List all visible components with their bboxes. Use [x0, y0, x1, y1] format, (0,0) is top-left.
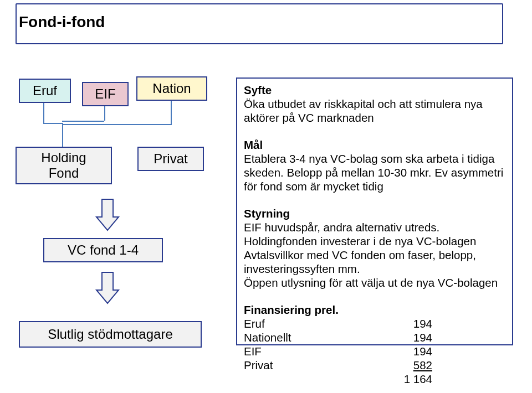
- info-panel: Syfte Öka utbudet av riskkapital och att…: [236, 77, 513, 345]
- heading-syfte: Syfte: [244, 83, 507, 97]
- fin-label-eruf: Eruf: [244, 317, 321, 330]
- text-styrning-1: EIF huvudspår, andra alternativ utreds.: [244, 220, 507, 234]
- fin-value-eif: 194: [321, 344, 432, 358]
- text-syfte: Öka utbudet av riskkapital och att stimu…: [244, 97, 507, 125]
- connector-line: [104, 104, 105, 121]
- fin-value-privat: 582: [321, 358, 432, 372]
- fin-value-total: 1 164: [321, 372, 432, 386]
- arrow-down-icon: [94, 198, 121, 232]
- label-nation: Nation: [137, 77, 206, 100]
- arrow-down-icon: [94, 271, 121, 306]
- box-slutlig: Slutlig stödmottagare: [19, 321, 202, 348]
- label-holding: Holding Fond: [17, 148, 111, 183]
- info-content: Syfte Öka utbudet av riskkapital och att…: [237, 79, 512, 390]
- connector-line: [62, 124, 172, 125]
- label-eif: EIF: [83, 83, 127, 105]
- label-slutlig: Slutlig stödmottagare: [20, 322, 201, 347]
- text-styrning-2: Holdingfonden investerar i de nya VC-bol…: [244, 234, 507, 248]
- diagram-page: Fond-i-fond Eruf EIF Nation Privat Holdi…: [0, 0, 532, 393]
- finance-labels: Eruf Nationellt EIF Privat: [244, 317, 321, 386]
- connector-line: [62, 121, 104, 122]
- box-vc-fond: VC fond 1-4: [43, 238, 163, 262]
- fin-value-eruf: 194: [321, 317, 432, 330]
- box-eruf: Eruf: [19, 79, 71, 103]
- connector-line: [43, 101, 44, 123]
- box-eif: EIF: [82, 82, 129, 106]
- connector-line: [43, 123, 62, 124]
- text-styrning-4: Öppen utlysning för att välja ut de nya …: [244, 276, 507, 289]
- finance-values: 194 194 194 582 1 164: [321, 317, 432, 386]
- text-styrning-3: Avtalsvillkor med VC fonden om faser, be…: [244, 248, 507, 276]
- text-mal: Etablera 3-4 nya VC-bolag som ska arbeta…: [244, 152, 507, 193]
- box-holding-fond: Holding Fond: [16, 147, 112, 184]
- fin-label-nationellt: Nationellt: [244, 330, 321, 344]
- fin-value-nationellt: 194: [321, 330, 432, 344]
- box-nation: Nation: [136, 76, 207, 101]
- heading-mal: Mål: [244, 138, 507, 152]
- connector-line: [62, 123, 63, 147]
- label-holding-line2: Fond: [49, 166, 79, 180]
- finance-table: Eruf Nationellt EIF Privat 194 194 194 5…: [244, 317, 507, 386]
- label-privat: Privat: [139, 148, 203, 170]
- heading-styrning: Styrning: [244, 206, 507, 220]
- heading-finansiering: Finansiering prel.: [244, 303, 507, 317]
- connector-line: [171, 100, 172, 124]
- box-privat: Privat: [137, 147, 204, 171]
- label-vc-fond: VC fond 1-4: [44, 239, 162, 261]
- page-title: Fond-i-fond: [19, 13, 105, 31]
- label-eruf: Eruf: [20, 80, 70, 102]
- label-holding-line1: Holding: [41, 150, 86, 165]
- fin-label-privat: Privat: [244, 358, 321, 372]
- fin-label-eif: EIF: [244, 344, 321, 358]
